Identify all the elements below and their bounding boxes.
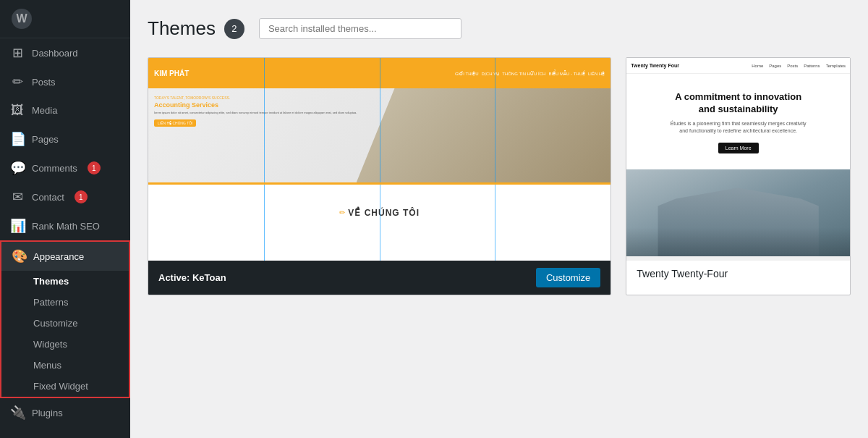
theme-card-twentytwentyfour[interactable]: Twenty Twenty Four Home Pages Posts Patt… — [626, 57, 851, 295]
dashboard-icon: ⊞ — [10, 45, 25, 61]
pages-icon: 📄 — [10, 131, 25, 147]
sidebar-item-dashboard[interactable]: ⊞ Dashboard — [0, 38, 130, 67]
sidebar-item-label: Plugins — [32, 408, 63, 418]
wp-logo-icon: W — [12, 9, 32, 29]
ketoan-logo: KIM PHÁT — [154, 70, 189, 77]
sidebar-item-contact[interactable]: ✉ Contact 1 — [0, 182, 130, 211]
ttf-thumbnail: Twenty Twenty Four Home Pages Posts Patt… — [626, 58, 850, 261]
posts-icon: ✏ — [10, 74, 25, 90]
sidebar: W ⊞ Dashboard ✏ Posts 🖼 Media 📄 Pages 💬 … — [0, 0, 130, 438]
sidebar-item-pages[interactable]: 📄 Pages — [0, 125, 130, 153]
sidebar-item-label: Contact — [32, 192, 64, 203]
ketoan-nav: GIỚI THIỆU DỊCH VỤ THÔNG TIN HỮU ÍCH BIỂ… — [455, 71, 605, 76]
comments-icon: 💬 — [10, 160, 25, 176]
page-title: Themes — [148, 17, 216, 40]
ketoan-active-bar: Active: KeToan Customize — [148, 261, 610, 295]
ttf-photo-overlay — [626, 227, 850, 256]
ketoan-hero: TODAY'S TALENT, TOMORROW'S SUCCESS. Acco… — [148, 88, 610, 182]
sidebar-item-plugins[interactable]: 🔌 Plugins — [0, 398, 130, 427]
active-label-text: Active: — [158, 272, 190, 283]
theme-card-ketoan[interactable]: KIM PHÁT GIỚI THIỆU DỊCH VỤ THÔNG TIN HỮ… — [148, 57, 611, 295]
submenu-item-menus[interactable]: Menus — [1, 355, 129, 376]
submenu-item-customize[interactable]: Customize — [1, 313, 129, 334]
ttf-theme-name: Twenty Twenty-Four — [637, 268, 728, 279]
comments-badge: 1 — [88, 161, 101, 174]
sidebar-item-media[interactable]: 🖼 Media — [0, 96, 130, 125]
ketoan-thumbnail: KIM PHÁT GIỚI THIỆU DỊCH VỤ THÔNG TIN HỮ… — [148, 58, 610, 261]
ketoan-section2: ✏ VỀ CHÚNG TÔI — [148, 182, 610, 240]
sidebar-item-appearance[interactable]: 🎨 Appearance — [1, 242, 129, 271]
ttf-learn-more: Learn More — [718, 143, 759, 153]
submenu-item-fixed-widget[interactable]: Fixed Widget — [1, 376, 129, 397]
sidebar-item-label: Media — [32, 105, 57, 116]
grid-line-6 — [495, 185, 495, 240]
main-content: Themes 2 KIM PHÁT GIỚI THIỆU DỊCH VỤ THÔ… — [130, 0, 868, 438]
appearance-label: Appearance — [33, 251, 84, 262]
rankmath-icon: 📊 — [10, 218, 25, 234]
ttf-hero-content: A commitment to innovationand sustainabi… — [626, 74, 850, 169]
ttf-hero-desc: Études is a pioneering firm that seamles… — [666, 120, 811, 135]
ketoan-hero-image — [357, 88, 611, 182]
ttf-hero-title: A commitment to innovationand sustainabi… — [638, 91, 838, 116]
grid-line-4 — [264, 185, 265, 240]
sidebar-item-label: Dashboard — [32, 48, 78, 59]
appearance-submenu: Themes Patterns Customize Widgets Menus … — [1, 271, 129, 397]
contact-icon: ✉ — [10, 189, 25, 205]
ketoan-active-label: Active: KeToan — [158, 272, 226, 283]
submenu-item-patterns[interactable]: Patterns — [1, 292, 129, 313]
sidebar-item-label: Pages — [32, 134, 59, 145]
appearance-section: 🎨 Appearance Themes Patterns Customize W… — [0, 240, 130, 398]
contact-badge: 1 — [75, 190, 88, 203]
media-icon: 🖼 — [10, 103, 25, 118]
active-theme-name: KeToan — [192, 272, 226, 283]
page-header: Themes 2 — [148, 17, 851, 40]
sidebar-item-label: Posts — [32, 77, 56, 88]
ttf-name-bar: Twenty Twenty-Four — [626, 261, 850, 287]
appearance-icon: 🎨 — [12, 248, 26, 264]
sidebar-item-label: Comments — [32, 163, 77, 174]
ketoan-section2-text: VỀ CHÚNG TÔI — [348, 208, 420, 218]
sidebar-item-label: Rank Math SEO — [32, 221, 100, 232]
sidebar-item-comments[interactable]: 💬 Comments 1 — [0, 153, 130, 182]
themes-grid: KIM PHÁT GIỚI THIỆU DỊCH VỤ THÔNG TIN HỮ… — [148, 57, 851, 295]
sidebar-item-posts[interactable]: ✏ Posts — [0, 67, 130, 96]
sidebar-logo[interactable]: W — [0, 0, 130, 38]
sidebar-item-rankmath[interactable]: 📊 Rank Math SEO — [0, 211, 130, 240]
ketoan-header: KIM PHÁT GIỚI THIỆU DỊCH VỤ THÔNG TIN HỮ… — [148, 58, 610, 88]
plugins-icon: 🔌 — [10, 405, 25, 421]
search-input[interactable] — [259, 18, 461, 39]
ttf-top-bar: Twenty Twenty Four Home Pages Posts Patt… — [626, 58, 850, 74]
submenu-item-themes[interactable]: Themes — [1, 271, 129, 292]
ketoan-hero-text: TODAY'S TALENT, TOMORROW'S SUCCESS. Acco… — [154, 96, 357, 127]
themes-count-badge: 2 — [224, 19, 244, 39]
customize-button[interactable]: Customize — [536, 268, 600, 287]
ttf-photo — [626, 169, 850, 256]
submenu-item-widgets[interactable]: Widgets — [1, 334, 129, 355]
